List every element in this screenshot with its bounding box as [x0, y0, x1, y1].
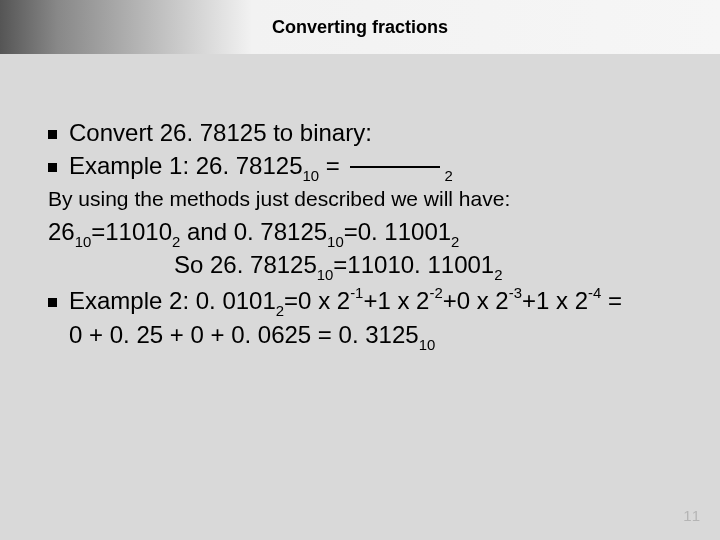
subscript: 10 — [327, 234, 344, 250]
text: =0. 11001 — [344, 218, 451, 245]
text: Example 2: 0. 0101 — [69, 287, 276, 314]
result-line: So 26. 7812510=11010. 110012 — [34, 250, 686, 284]
text: +1 x 2 — [363, 287, 429, 314]
text: =0 x 2 — [284, 287, 350, 314]
page-number: 11 — [683, 507, 700, 524]
text: = — [601, 287, 622, 314]
text: and 0. 78125 — [180, 218, 327, 245]
subscript: 2 — [494, 267, 502, 283]
subscript: 10 — [75, 234, 92, 250]
text: 26 — [48, 218, 75, 245]
text: So 26. 78125 — [174, 251, 317, 278]
bullet-item: Convert 26. 78125 to binary: — [34, 118, 686, 149]
subscript: 10 — [317, 267, 334, 283]
subscript: 2 — [451, 234, 459, 250]
result-line: 2610=110102 and 0. 7812510=0. 110012 — [34, 217, 686, 251]
bullet-item: Example 1: 26. 7812510 = 2 — [34, 151, 686, 185]
superscript: -1 — [350, 285, 363, 301]
text: +1 x 2 — [522, 287, 588, 314]
superscript: -4 — [588, 285, 601, 301]
bullet-marker — [48, 298, 57, 307]
title-bar: Converting fractions — [0, 0, 720, 54]
blank-line — [350, 166, 440, 168]
bullet-text: Example 1: 26. 7812510 = 2 — [69, 151, 453, 185]
bullet-text: Example 2: 0. 01012=0 x 2-1+1 x 2-2+0 x … — [69, 286, 622, 354]
slide-title: Converting fractions — [272, 17, 448, 38]
slide-content: Convert 26. 78125 to binary: Example 1: … — [34, 118, 686, 356]
subscript: 10 — [303, 168, 320, 184]
text: = — [319, 152, 346, 179]
bullet-marker — [48, 130, 57, 139]
text: +0 x 2 — [443, 287, 509, 314]
subscript: 2 — [444, 168, 452, 184]
text: 0 + 0. 25 + 0 + 0. 0625 = 0. 3125 — [69, 321, 419, 348]
superscript: -2 — [429, 285, 442, 301]
subscript: 2 — [276, 303, 284, 319]
slide: Converting fractions Convert 26. 78125 t… — [0, 0, 720, 540]
note-text: By using the methods just described we w… — [34, 187, 686, 211]
text: =11010 — [91, 218, 172, 245]
superscript: -3 — [509, 285, 522, 301]
bullet-text: Convert 26. 78125 to binary: — [69, 118, 372, 149]
text: =11010. 11001 — [333, 251, 494, 278]
bullet-item: Example 2: 0. 01012=0 x 2-1+1 x 2-2+0 x … — [34, 286, 686, 354]
bullet-marker — [48, 163, 57, 172]
subscript: 10 — [419, 337, 436, 353]
text: Example 1: 26. 78125 — [69, 152, 303, 179]
subscript: 2 — [172, 234, 180, 250]
